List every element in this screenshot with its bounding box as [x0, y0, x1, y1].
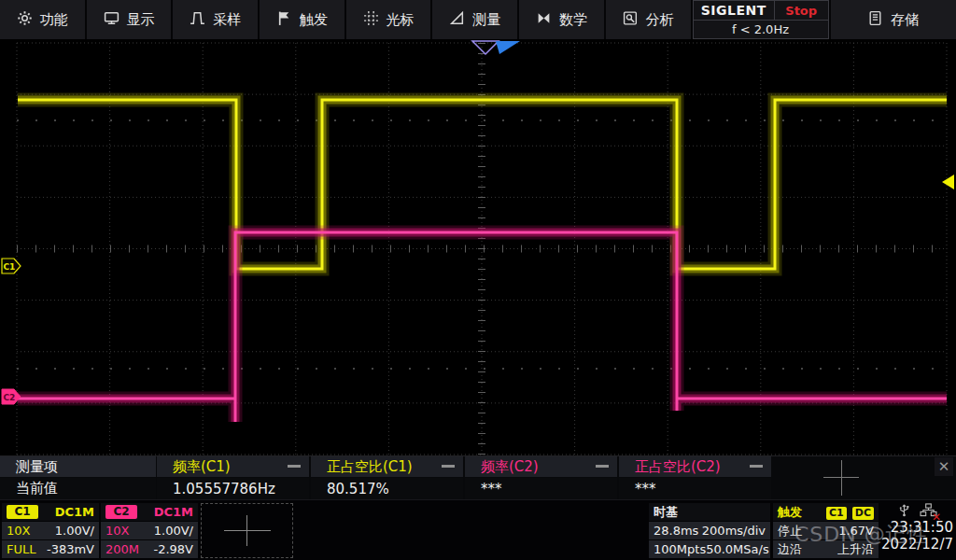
remove-measurement-button[interactable] — [750, 465, 763, 468]
remove-measurement-button[interactable] — [442, 465, 455, 468]
menu-label: 分析 — [646, 11, 674, 29]
c1-ground-marker[interactable]: C1 — [2, 259, 21, 273]
menu-item-trigger[interactable]: 触发 — [260, 0, 344, 39]
siglent-logo: SIGLENT — [694, 1, 775, 20]
trigger-frequency-readout: f < 2.0Hz — [694, 21, 828, 38]
timebase-scale: 200ms/div — [702, 524, 766, 538]
menu-label: 光标 — [387, 11, 415, 29]
trigger-slope: 上升沿 — [837, 541, 874, 558]
menu-label: 显示 — [127, 11, 155, 29]
menu-label: 采样 — [213, 11, 241, 29]
measurement-label: 正占空比(C2) — [635, 458, 721, 476]
trigger-mode: 边沿 — [778, 541, 802, 558]
channel-box-c2[interactable]: C2 DC1M 10X 1.00V/ 200M -2.98V — [101, 503, 198, 558]
measurement-col-freq-c2[interactable]: 频率(C2) *** — [465, 456, 617, 500]
menu-label: 数学 — [559, 11, 587, 29]
c1-offset: -383mV — [47, 542, 94, 556]
trigger-title: 触发 — [778, 504, 802, 521]
svg-text:C2: C2 — [4, 393, 16, 402]
measurement-label: 频率(C2) — [481, 458, 539, 476]
acquisition-state[interactable]: Stop — [775, 1, 828, 20]
close-measurement-panel-button[interactable]: ✕ — [935, 457, 953, 476]
monitor-icon — [104, 10, 120, 30]
brand-status-panel: SIGLENT Stop f < 2.0Hz — [693, 0, 829, 39]
sampling-icon — [190, 10, 205, 30]
menu-item-display[interactable]: 显示 — [87, 0, 172, 39]
clock-time: 23:31:50 — [891, 519, 953, 536]
c2-badge: C2 — [105, 505, 137, 519]
timebase-box[interactable]: 时基 28.8ms 200ms/div 100Mpts 50.0MSa/s — [649, 503, 770, 558]
gear-icon — [17, 10, 33, 30]
c2-probe: 10X — [105, 524, 129, 538]
waveform-display[interactable]: C1 C2 — [0, 39, 956, 455]
status-bar: C1 DC1M 10X 1.00V/ FULL -383mV C2 DC1M 1… — [0, 499, 956, 560]
c1-bandwidth: FULL — [7, 542, 35, 556]
c1-badge: C1 — [7, 505, 38, 519]
measurement-item-header: 测量项 — [0, 456, 156, 477]
channel-box-c1[interactable]: C1 DC1M 10X 1.00V/ FULL -383mV — [2, 503, 99, 558]
menu-item-analysis[interactable]: 分析 — [606, 0, 691, 39]
menu-label: 触发 — [300, 11, 328, 29]
menu-bar: 功能 显示 采样 触发 光标 测量 数学 分析 SIGLENT Stop f <… — [0, 0, 956, 41]
menu-item-function[interactable]: 功能 — [0, 0, 85, 39]
menu-item-storage[interactable]: 存储 — [831, 0, 956, 39]
add-measurement-button[interactable] — [820, 456, 863, 499]
menu-item-math[interactable]: 数学 — [519, 0, 604, 39]
c1-probe: 10X — [7, 524, 30, 538]
c2-coupling: DC1M — [154, 505, 193, 519]
measurement-value: *** — [465, 478, 617, 499]
measurement-panel: 测量项 当前值 频率(C1) 1.05557786Hz 正占空比(C1) 80.… — [0, 455, 956, 499]
menu-label: 测量 — [472, 11, 500, 29]
analysis-magnifier-icon — [623, 10, 639, 30]
menu-item-acquire[interactable]: 采样 — [173, 0, 258, 39]
add-channel-placeholder[interactable] — [201, 503, 293, 558]
menu-label: 存储 — [891, 11, 919, 29]
c1-scale: 1.00V/ — [55, 524, 94, 538]
math-bowtie-icon — [536, 10, 552, 30]
measurement-value: 80.517% — [311, 478, 463, 499]
c2-scale: 1.00V/ — [154, 524, 193, 538]
measurement-label: 频率(C1) — [173, 458, 231, 476]
trigger-box[interactable]: 触发 C1 DC 停止 1.67V 边沿 上升沿 — [773, 503, 879, 558]
c1-coupling: DC1M — [55, 505, 94, 519]
measurement-value: *** — [619, 478, 771, 499]
menu-item-measure[interactable]: 测量 — [432, 0, 517, 39]
remove-measurement-button[interactable] — [288, 465, 301, 468]
c2-bandwidth: 200M — [105, 542, 139, 556]
timebase-title: 时基 — [654, 504, 678, 521]
measurement-row-headers: 测量项 当前值 — [0, 456, 156, 500]
ruler-triangle-icon — [449, 10, 465, 30]
measurement-value-header: 当前值 — [0, 478, 156, 499]
measurement-col-duty-c2[interactable]: 正占空比(C2) *** — [619, 456, 771, 500]
timebase-memory: 100Mpts — [654, 542, 706, 556]
measurement-label: 正占空比(C1) — [327, 458, 413, 476]
clock-date: 2022/12/7 — [881, 536, 953, 553]
crosshair-icon — [224, 530, 271, 531]
timebase-delay: 28.8ms — [654, 524, 698, 538]
trigger-level: 1.67V — [838, 524, 874, 538]
menu-item-cursors[interactable]: 光标 — [346, 0, 431, 39]
trigger-delay-marker[interactable] — [496, 41, 520, 54]
trigger-status: 停止 — [778, 523, 802, 539]
c2-offset: -2.98V — [153, 542, 193, 556]
storage-document-icon — [867, 10, 883, 30]
flag-icon — [276, 10, 292, 30]
timebase-sample-rate: 50.0MSa/s — [706, 542, 769, 556]
measurement-col-freq-c1[interactable]: 频率(C1) 1.05557786Hz — [157, 456, 309, 500]
menu-label: 功能 — [40, 11, 68, 29]
crosshair-icon — [246, 515, 247, 546]
measurement-value: 1.05557786Hz — [157, 478, 309, 499]
trigger-level-marker[interactable] — [942, 175, 954, 189]
cursor-grid-icon — [363, 10, 379, 30]
measurement-col-duty-c1[interactable]: 正占空比(C1) 80.517% — [311, 456, 463, 500]
svg-text:C1: C1 — [4, 262, 16, 272]
trigger-source-chip: C1 — [826, 507, 847, 520]
trigger-coupling-chip: DC — [852, 507, 874, 520]
remove-measurement-button[interactable] — [596, 465, 609, 468]
